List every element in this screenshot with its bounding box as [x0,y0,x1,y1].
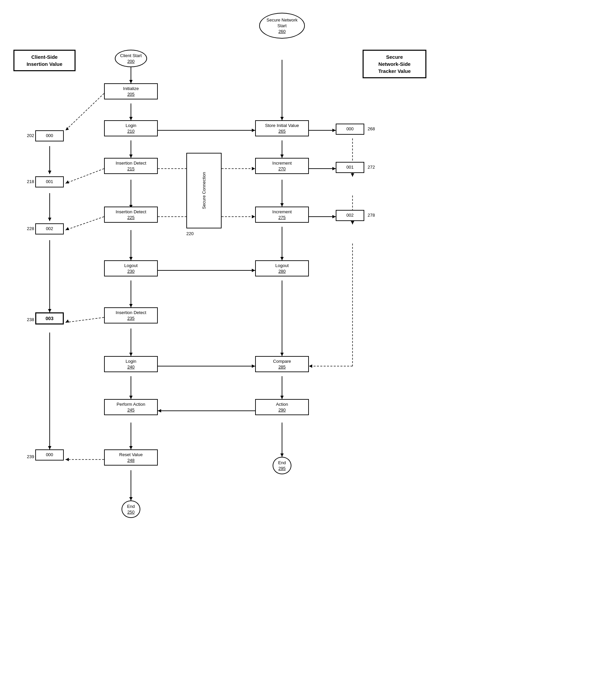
svg-marker-67 [351,173,354,177]
logout-230-num: 230 [108,269,154,274]
ref-228: 228 [27,226,34,231]
svg-marker-39 [332,215,336,218]
logout-280-label: Logout [259,263,305,269]
svg-marker-49 [48,171,51,174]
action-290-num: 290 [259,408,305,412]
perform-action-245-node: Perform Action 245 [104,399,158,415]
end-250-label: End [127,504,134,510]
svg-marker-25 [280,203,284,207]
ref-218: 218 [27,179,34,184]
compare-285-label: Compare [259,359,305,365]
val-000-202-label: 000 [39,133,60,139]
insertion-detect-235-node: Insertion Detect 235 [104,307,158,324]
svg-marker-33 [280,453,284,457]
secure-network-start-label: Secure NetworkStart [267,18,297,29]
insertion-detect-225-num: 225 [108,215,154,220]
svg-marker-31 [280,396,284,399]
compare-285-node: Compare 285 [255,356,309,372]
ref-268: 268 [368,126,375,131]
logout-280-num: 280 [259,269,305,274]
svg-marker-37 [332,167,336,170]
end-295-label: End [278,460,286,466]
svg-marker-51 [48,218,51,221]
client-side-label-text: Client-SideInsertion Value [26,54,62,67]
insertion-detect-225-label: Insertion Detect [108,209,154,215]
svg-line-56 [65,94,104,130]
svg-line-62 [65,317,104,323]
client-start-label: Client Start [120,53,142,59]
action-290-label: Action [259,402,305,408]
end-250-node: End 250 [107,500,155,518]
svg-marker-69 [351,221,354,224]
logout-230-label: Logout [108,263,154,269]
end-295-node: End 295 [258,457,306,474]
svg-marker-61 [65,227,69,230]
val-001-272-node: 001 [336,162,364,173]
initialize-num: 205 [108,92,154,97]
insertion-detect-215-label: Insertion Detect [108,161,154,166]
val-002-228-label: 002 [39,226,60,232]
secure-network-start-num: 260 [267,29,297,34]
val-002-278-node: 002 [336,210,364,221]
val-003-238-label: 003 [40,315,59,322]
svg-marker-45 [158,409,161,412]
val-001-218-label: 001 [39,179,60,185]
svg-marker-1 [129,80,133,83]
client-start-node: Client Start 200 [107,50,154,67]
val-000-268-label: 000 [340,126,360,132]
secure-connection-label: Secure Connection [202,172,207,209]
insertion-detect-215-num: 215 [108,166,154,171]
svg-marker-35 [332,129,336,132]
login-240-num: 240 [108,365,154,369]
val-000-239-node: 000 [35,449,64,460]
initialize-label: Initialize [108,86,154,92]
diagram-container: Client Start 200 Secure NetworkStart 260… [0,0,607,700]
reset-value-248-node: Reset Value 248 [104,449,158,466]
val-000-239-label: 000 [39,452,60,458]
svg-marker-17 [129,446,133,449]
insertion-detect-225-node: Insertion Detect 225 [104,207,158,223]
action-290-node: Action 290 [255,399,309,415]
svg-marker-65 [65,458,69,461]
svg-marker-3 [129,117,133,120]
login-210-num: 210 [108,129,154,134]
svg-marker-53 [48,309,51,312]
login-210-label: Login [108,123,154,129]
svg-marker-23 [280,155,284,158]
svg-marker-21 [280,117,284,120]
ref-202: 202 [27,133,34,138]
insertion-detect-235-label: Insertion Detect [108,310,154,316]
svg-marker-19 [129,497,133,500]
svg-marker-57 [65,127,69,130]
end-250-num: 250 [127,510,134,515]
svg-marker-72 [309,365,312,368]
val-000-202-node: 000 [35,130,64,141]
end-295-num: 295 [278,466,286,471]
secure-network-label-box: SecureNetwork-SideTracker Value [362,50,426,78]
svg-marker-78 [252,215,255,218]
val-002-228-node: 002 [35,223,64,234]
ref-238: 238 [27,317,34,322]
svg-marker-43 [252,365,255,368]
svg-marker-27 [280,257,284,260]
compare-285-num: 285 [259,365,305,369]
svg-marker-29 [280,353,284,356]
svg-marker-47 [252,269,255,272]
login-240-node: Login 240 [104,356,158,372]
svg-marker-76 [252,167,255,170]
svg-marker-15 [129,396,133,399]
svg-marker-41 [252,129,255,132]
increment-275-label: Increment [259,209,305,215]
logout-230-node: Logout 230 [104,260,158,276]
perform-action-245-label: Perform Action [108,402,154,408]
store-initial-265-node: Store Initial Value 265 [255,120,309,136]
secure-network-start-node: Secure NetworkStart 260 [248,13,316,39]
arrows-svg [0,0,607,700]
client-start-num: 200 [120,59,142,64]
logout-280-node: Logout 280 [255,260,309,276]
ref-272: 272 [368,165,375,170]
val-001-218-node: 001 [35,176,64,187]
increment-275-node: Increment 275 [255,207,309,223]
secure-connection-box: Secure Connection [186,153,222,228]
login-210-node: Login 210 [104,120,158,136]
